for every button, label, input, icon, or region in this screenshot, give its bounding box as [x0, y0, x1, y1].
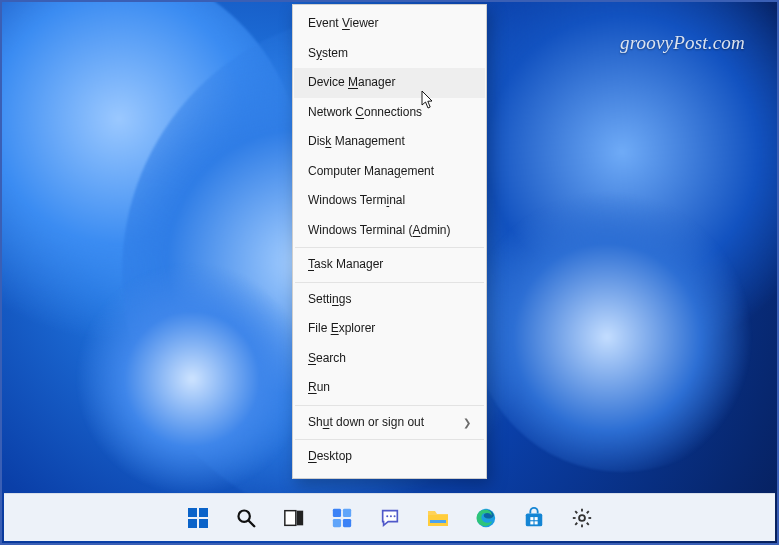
search-button[interactable]: [226, 498, 266, 538]
menu-item-label: Disk Management: [308, 127, 405, 157]
svg-rect-22: [534, 521, 537, 524]
menu-item-label: Device Manager: [308, 68, 395, 98]
menu-item-label: File Explorer: [308, 314, 375, 344]
menu-item-label: Windows Terminal (Admin): [308, 216, 451, 246]
menu-separator: [295, 282, 484, 283]
menu-item-label: Search: [308, 344, 346, 374]
widgets-button[interactable]: [322, 498, 362, 538]
svg-rect-8: [332, 508, 340, 516]
svg-rect-16: [430, 520, 446, 523]
svg-rect-9: [342, 508, 350, 516]
svg-point-14: [393, 515, 395, 517]
chat-icon: [379, 507, 401, 529]
menu-separator: [295, 247, 484, 248]
file-explorer-icon: [426, 507, 450, 529]
svg-rect-1: [199, 508, 208, 517]
menu-item-label: Settings: [308, 285, 351, 315]
settings-button[interactable]: [562, 498, 602, 538]
menu-item-task-manager[interactable]: Task Manager: [294, 250, 485, 280]
menu-item-desktop[interactable]: Desktop: [294, 442, 485, 472]
chevron-right-icon: ❯: [463, 408, 471, 438]
svg-point-23: [579, 515, 585, 521]
svg-rect-0: [188, 508, 197, 517]
svg-rect-18: [525, 513, 542, 526]
winx-context-menu: Event ViewerSystemDevice ManagerNetwork …: [292, 4, 487, 479]
start-icon: [186, 506, 210, 530]
menu-item-device-manager[interactable]: Device Manager: [294, 68, 485, 98]
menu-item-label: Network Connections: [308, 98, 422, 128]
file-explorer-button[interactable]: [418, 498, 458, 538]
menu-item-label: Windows Terminal: [308, 186, 405, 216]
taskbar-items: [178, 498, 602, 538]
svg-rect-11: [342, 518, 350, 526]
svg-line-29: [586, 522, 588, 524]
svg-rect-20: [534, 517, 537, 520]
svg-rect-10: [332, 518, 340, 526]
menu-item-network-connections[interactable]: Network Connections: [294, 98, 485, 128]
svg-rect-21: [530, 521, 533, 524]
svg-line-31: [586, 511, 588, 513]
svg-line-30: [575, 522, 577, 524]
menu-item-run[interactable]: Run: [294, 373, 485, 403]
task-view-button[interactable]: [274, 498, 314, 538]
menu-separator: [295, 439, 484, 440]
start-button[interactable]: [178, 498, 218, 538]
wallpaper-swirl: [472, 172, 772, 472]
svg-rect-7: [296, 510, 302, 525]
edge-button[interactable]: [466, 498, 506, 538]
store-button[interactable]: [514, 498, 554, 538]
watermark-text: groovyPost.com: [620, 32, 745, 54]
task-view-icon: [283, 507, 305, 529]
svg-line-28: [575, 511, 577, 513]
svg-rect-6: [284, 510, 295, 525]
menu-item-label: Run: [308, 373, 330, 403]
svg-rect-3: [199, 519, 208, 528]
menu-item-windows-terminal[interactable]: Windows Terminal: [294, 186, 485, 216]
wallpaper-swirl: [62, 262, 322, 522]
edge-icon: [475, 507, 497, 529]
menu-separator: [295, 405, 484, 406]
menu-item-file-explorer[interactable]: File Explorer: [294, 314, 485, 344]
menu-item-event-viewer[interactable]: Event Viewer: [294, 9, 485, 39]
svg-rect-19: [530, 517, 533, 520]
search-icon: [235, 507, 257, 529]
menu-item-label: Task Manager: [308, 250, 383, 280]
svg-point-13: [389, 515, 391, 517]
menu-item-disk-management[interactable]: Disk Management: [294, 127, 485, 157]
chat-button[interactable]: [370, 498, 410, 538]
menu-item-computer-management[interactable]: Computer Management: [294, 157, 485, 187]
menu-item-label: System: [308, 39, 348, 69]
svg-rect-2: [188, 519, 197, 528]
menu-item-label: Desktop: [308, 442, 352, 472]
widgets-icon: [331, 507, 353, 529]
menu-item-label: Computer Management: [308, 157, 434, 187]
menu-item-label: Event Viewer: [308, 9, 379, 39]
store-icon: [523, 507, 545, 529]
menu-item-search[interactable]: Search: [294, 344, 485, 374]
svg-point-12: [386, 515, 388, 517]
settings-icon: [571, 507, 593, 529]
menu-item-windows-terminal-admin[interactable]: Windows Terminal (Admin): [294, 216, 485, 246]
desktop[interactable]: groovyPost.com Event ViewerSystemDevice …: [0, 0, 779, 545]
menu-item-system[interactable]: System: [294, 39, 485, 69]
menu-item-shut-down-or-sign-out[interactable]: Shut down or sign out❯: [294, 408, 485, 438]
menu-item-label: Shut down or sign out: [308, 408, 424, 438]
menu-item-settings[interactable]: Settings: [294, 285, 485, 315]
svg-line-5: [248, 520, 254, 526]
taskbar: [4, 493, 775, 541]
